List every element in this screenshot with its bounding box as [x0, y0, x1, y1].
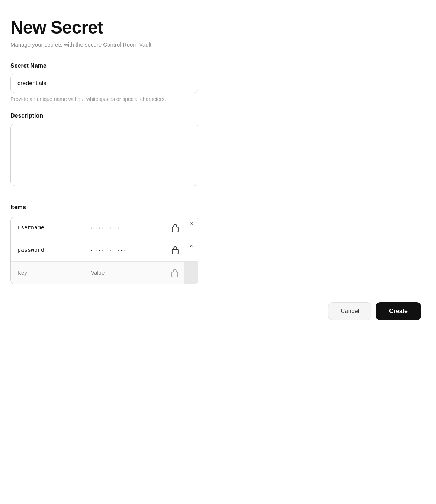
- lock-icon: [171, 246, 179, 254]
- new-item-row: [11, 262, 198, 284]
- item-value-display: ···········: [91, 225, 167, 230]
- secret-name-label: Secret Name: [10, 63, 421, 69]
- items-table: ··········· × ·············: [10, 217, 198, 284]
- svg-rect-0: [172, 227, 178, 232]
- new-item-value-input[interactable]: [91, 269, 167, 276]
- item-value-area: ···········: [86, 218, 185, 237]
- item-key-input[interactable]: [11, 220, 85, 236]
- svg-rect-1: [172, 249, 178, 254]
- lock-icon: [171, 269, 179, 277]
- items-label: Items: [10, 204, 421, 211]
- secret-name-input[interactable]: [10, 74, 198, 93]
- description-input[interactable]: [10, 124, 198, 186]
- remove-item-button[interactable]: ×: [185, 217, 198, 230]
- cancel-button[interactable]: Cancel: [328, 302, 371, 320]
- item-key-input[interactable]: [11, 242, 85, 259]
- remove-item-button[interactable]: ×: [185, 239, 198, 253]
- create-button[interactable]: Create: [376, 302, 421, 320]
- description-label: Description: [10, 112, 421, 119]
- page-title: New Secret: [10, 18, 421, 38]
- item-value-area: ·············: [86, 241, 185, 259]
- new-item-key-input[interactable]: [11, 264, 85, 281]
- lock-icon: [171, 224, 179, 232]
- svg-rect-2: [172, 272, 178, 277]
- item-value-display: ·············: [91, 248, 167, 253]
- secret-name-hint: Provide an unique name without whitespac…: [10, 96, 421, 102]
- new-item-value-area: [86, 264, 184, 282]
- table-row: ··········· ×: [11, 217, 198, 239]
- table-row: ············· ×: [11, 239, 198, 262]
- page-subtitle: Manage your secrets with the secure Cont…: [10, 41, 421, 48]
- actions-row: Cancel Create: [10, 302, 421, 320]
